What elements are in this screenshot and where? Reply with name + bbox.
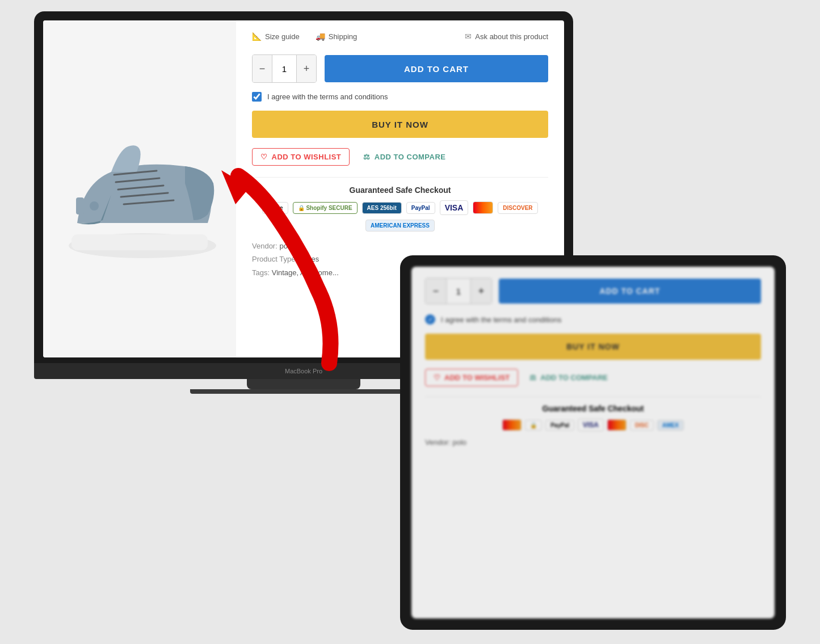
heart-icon: ♡ <box>260 153 268 161</box>
ask-product-link[interactable]: ✉ Ask about this product <box>465 32 548 41</box>
quantity-increase-button[interactable]: + <box>297 55 316 82</box>
tablet-amex-badge: AMEX <box>657 420 684 431</box>
buy-now-button[interactable]: BUY IT NOW <box>252 111 548 138</box>
svg-rect-7 <box>76 197 84 214</box>
actions-row: ♡ ADD TO WISHLIST ⚖ ADD TO COMPARE <box>252 148 548 166</box>
size-guide-label: Size guide <box>265 32 300 41</box>
quantity-control: − + <box>252 54 317 83</box>
red-arrow <box>204 165 363 380</box>
svg-rect-1 <box>72 234 208 250</box>
paypal-badge: PayPal <box>406 202 435 214</box>
ask-product-label: Ask about this product <box>475 32 548 41</box>
laptop-foot <box>190 389 417 394</box>
tablet-heart-icon: ♡ <box>434 373 440 382</box>
tablet-add-to-wishlist-button[interactable]: ♡ ADD TO WISHLIST <box>425 369 518 386</box>
tablet-screen: − + ADD TO CART ✓ I agree with the terms… <box>411 267 775 618</box>
laptop-stand <box>247 379 360 389</box>
visa-badge: VISA <box>440 200 469 215</box>
quantity-decrease-button[interactable]: − <box>253 55 272 82</box>
terms-row: I agree with the terms and conditions <box>252 92 548 102</box>
svg-point-8 <box>90 201 99 211</box>
aes-badge: AES 256bit <box>362 202 402 214</box>
tablet-quantity-input[interactable] <box>446 279 471 304</box>
shipping-link[interactable]: 🚚 Shipping <box>316 32 358 41</box>
ruler-icon: 📐 <box>252 32 262 41</box>
mastercard-badge <box>473 201 493 214</box>
tablet-terms-row: ✓ I agree with the terms and conditions <box>425 314 761 325</box>
tablet-actions-row: ♡ ADD TO WISHLIST ⚖ ADD TO COMPARE <box>425 369 761 386</box>
shoe-svg <box>54 110 225 268</box>
discover-badge: DISCOVER <box>498 202 537 214</box>
cart-row: − + ADD TO CART <box>252 54 548 83</box>
shipping-label: Shipping <box>329 32 358 41</box>
envelope-icon: ✉ <box>465 32 472 41</box>
tablet-discover-badge: DISC <box>630 420 654 431</box>
add-to-compare-button[interactable]: ⚖ ADD TO COMPARE <box>363 153 445 161</box>
add-to-wishlist-button[interactable]: ♡ ADD TO WISHLIST <box>252 148 350 166</box>
tablet-visa-badge: VISA <box>578 419 604 431</box>
tablet-cart-row: − + ADD TO CART <box>425 278 761 304</box>
tablet-quantity-decrease-button[interactable]: − <box>426 279 446 304</box>
tablet-buy-now-button[interactable]: BUY IT NOW <box>425 334 761 360</box>
tablet-safe-checkout-title: Guaranteed Safe Checkout <box>425 404 761 413</box>
terms-label: I agree with the terms and conditions <box>267 92 388 101</box>
tablet-payment-icons: 🔒 PayPal VISA DISC AMEX <box>425 419 761 431</box>
size-guide-link[interactable]: 📐 Size guide <box>252 32 300 41</box>
tablet-content: − + ADD TO CART ✓ I agree with the terms… <box>411 267 775 458</box>
tablet-stripe-badge <box>502 419 522 431</box>
scale-icon: ⚖ <box>363 153 371 161</box>
quantity-input[interactable] <box>272 55 297 82</box>
tablet-shopify-badge: 🔒 <box>525 420 542 431</box>
tablet-paypal-badge: PayPal <box>545 420 574 431</box>
tablet-terms-label: I agree with the terms and conditions <box>441 315 561 324</box>
product-image <box>54 110 225 268</box>
tablet-quantity-increase-button[interactable]: + <box>471 279 491 304</box>
terms-checkbox[interactable] <box>252 92 262 102</box>
tablet-device: − + ADD TO CART ✓ I agree with the terms… <box>400 255 786 630</box>
tablet-scale-icon: ⚖ <box>529 373 536 382</box>
truck-icon: 🚚 <box>316 32 325 41</box>
amex-badge: AMERICAN EXPRESS <box>365 220 435 231</box>
tablet-vendor-info: Vendor: polo <box>425 438 761 447</box>
add-to-cart-button[interactable]: ADD TO CART <box>325 55 548 82</box>
tablet-mastercard-badge <box>607 419 626 431</box>
tablet-quantity-control: − + <box>425 278 492 304</box>
tablet-add-to-cart-button[interactable]: ADD TO CART <box>499 279 761 304</box>
tablet-safe-checkout: Guaranteed Safe Checkout 🔒 PayPal VISA D… <box>425 397 761 431</box>
top-links-bar: 📐 Size guide 🚚 Shipping ✉ Ask about this… <box>252 32 548 41</box>
tablet-add-to-compare-button[interactable]: ⚖ ADD TO COMPARE <box>529 373 608 382</box>
tablet-bezel: − + ADD TO CART ✓ I agree with the terms… <box>400 255 786 630</box>
